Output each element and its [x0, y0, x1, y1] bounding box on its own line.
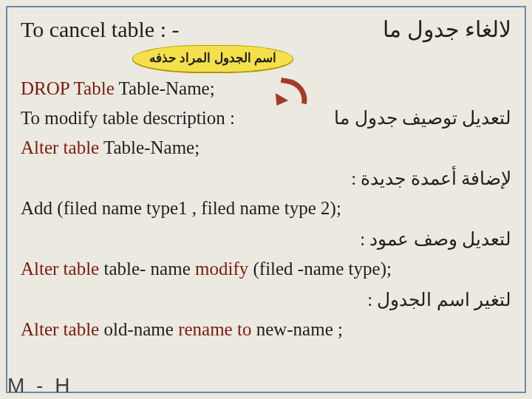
alter-rename-line: Alter table old-name rename to new-name … — [21, 315, 511, 344]
modify-right-arabic: لتعديل توصيف جدول ما — [334, 103, 511, 133]
alter3-kw2: rename to — [178, 319, 256, 339]
drop-keyword: DROP Table — [21, 78, 119, 98]
alter3-new: new-name ; — [256, 319, 343, 339]
footer-label: M - H — [7, 374, 72, 398]
callout-bubble-wrap: اسم الجدول المراد حذفه — [124, 45, 301, 72]
alter-modify-line: Alter table table- name modify (filed -n… — [21, 254, 511, 284]
drop-table-line: DROP Table Table-Name; — [21, 74, 511, 103]
curved-arrow-icon — [273, 78, 318, 108]
alter2-kw1: Alter table — [21, 259, 103, 279]
alter1-keyword: Alter table — [21, 137, 103, 157]
alter2-kw2: modify — [195, 259, 253, 279]
title-left: To cancel table : - — [21, 17, 179, 42]
callout-bubble: اسم الجدول المراد حذفه — [132, 45, 293, 72]
slide-frame: To cancel table : - لالغاء جدول ما اسم ا… — [6, 6, 526, 393]
header-row: To cancel table : - لالغاء جدول ما — [21, 16, 511, 42]
alter1-name: Table-Name; — [103, 137, 200, 157]
alter3-old: old-name — [103, 319, 178, 339]
drop-name: Table-Name; — [119, 78, 215, 98]
add-statement: Add (filed name type1 , filed name type … — [21, 194, 511, 223]
alter3-kw1: Alter table — [21, 319, 103, 339]
body-content: DROP Table Table-Name; To modify table d… — [21, 74, 511, 344]
alter2-args: (filed -name type); — [253, 259, 391, 279]
title-right-arabic: لالغاء جدول ما — [383, 16, 511, 42]
alter-table-line-1: Alter table Table-Name; — [21, 133, 511, 163]
modify-desc-line: To modify table description : لتعديل توص… — [21, 103, 511, 133]
alter2-name: table- name — [103, 259, 195, 279]
add-columns-arabic: لإضافة أعمدة جديدة : — [21, 164, 511, 194]
modify-left: To modify table description : — [21, 103, 235, 133]
rename-table-arabic: لتغير اسم الجدول : — [21, 285, 511, 315]
modify-column-arabic: لتعديل وصف عمود : — [21, 225, 511, 254]
